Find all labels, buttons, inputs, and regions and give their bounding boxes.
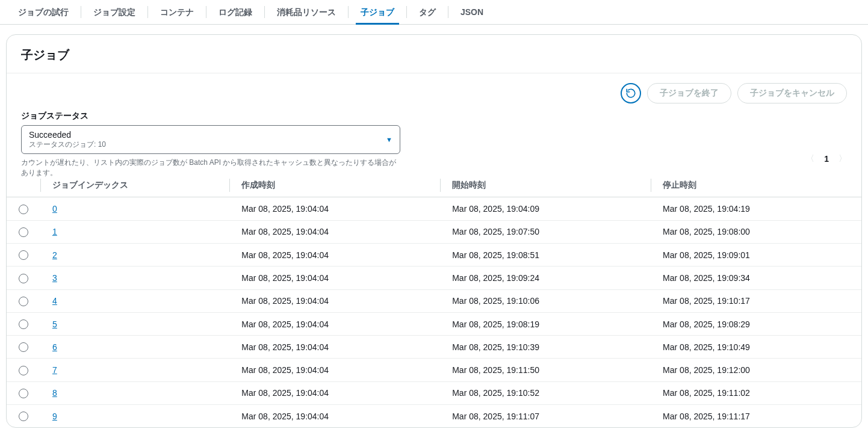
table-row: 8Mar 08, 2025, 19:04:04Mar 08, 2025, 19:…: [7, 381, 861, 404]
tab-0[interactable]: ジョブの試行: [6, 0, 81, 24]
col-created[interactable]: 作成時刻: [229, 174, 440, 197]
cell-stopped: Mar 08, 2025, 19:08:29: [651, 312, 861, 335]
cell-created: Mar 08, 2025, 19:04:04: [229, 405, 440, 428]
table-row: 6Mar 08, 2025, 19:04:04Mar 08, 2025, 19:…: [7, 336, 861, 359]
table-row: 9Mar 08, 2025, 19:04:04Mar 08, 2025, 19:…: [7, 405, 861, 428]
col-stopped[interactable]: 停止時刻: [651, 174, 861, 197]
cell-created: Mar 08, 2025, 19:04:04: [229, 197, 440, 220]
row-radio[interactable]: [19, 389, 28, 398]
job-index-link[interactable]: 7: [52, 365, 57, 375]
cell-stopped: Mar 08, 2025, 19:09:01: [651, 243, 861, 266]
terminate-child-jobs-button[interactable]: 子ジョブを終了: [647, 83, 731, 103]
cell-stopped: Mar 08, 2025, 19:11:02: [651, 381, 861, 404]
job-index-link[interactable]: 6: [52, 342, 57, 352]
job-index-link[interactable]: 3: [52, 273, 57, 283]
row-radio[interactable]: [19, 342, 28, 352]
refresh-button[interactable]: [621, 83, 641, 103]
status-filter-block: ジョブステータス Succeeded ステータスのジョブ: 10 ▼ カウントが…: [7, 103, 861, 177]
job-index-link[interactable]: 5: [52, 319, 57, 329]
table-row: 2Mar 08, 2025, 19:04:04Mar 08, 2025, 19:…: [7, 243, 861, 266]
job-index-link[interactable]: 0: [52, 204, 57, 214]
status-select-count: ステータスのジョブ: 10: [29, 140, 106, 150]
tab-1[interactable]: ジョブ設定: [81, 0, 147, 24]
status-select-value: Succeeded: [29, 129, 106, 140]
chevron-down-icon: ▼: [386, 136, 392, 143]
cell-started: Mar 08, 2025, 19:10:06: [440, 289, 651, 312]
job-index-link[interactable]: 9: [52, 412, 57, 421]
table-row: 4Mar 08, 2025, 19:04:04Mar 08, 2025, 19:…: [7, 289, 861, 312]
job-index-link[interactable]: 4: [52, 296, 57, 306]
tab-3[interactable]: ログ記録: [206, 0, 264, 24]
table-row: 1Mar 08, 2025, 19:04:04Mar 08, 2025, 19:…: [7, 220, 861, 243]
page-current: 1: [824, 154, 829, 164]
cell-created: Mar 08, 2025, 19:04:04: [229, 289, 440, 312]
table-row: 5Mar 08, 2025, 19:04:04Mar 08, 2025, 19:…: [7, 312, 861, 335]
row-radio[interactable]: [19, 227, 28, 237]
cell-created: Mar 08, 2025, 19:04:04: [229, 243, 440, 266]
page-next[interactable]: 〉: [839, 153, 847, 164]
table-row: 0Mar 08, 2025, 19:04:04Mar 08, 2025, 19:…: [7, 197, 861, 220]
cell-stopped: Mar 08, 2025, 19:10:49: [651, 336, 861, 359]
cell-started: Mar 08, 2025, 19:08:51: [440, 243, 651, 266]
cell-stopped: Mar 08, 2025, 19:08:00: [651, 220, 861, 243]
row-radio[interactable]: [19, 297, 28, 306]
cancel-child-jobs-button[interactable]: 子ジョブをキャンセル: [737, 83, 847, 103]
col-select: [7, 174, 40, 197]
panel-title: 子ジョブ: [7, 47, 861, 73]
row-radio[interactable]: [19, 319, 28, 329]
status-select[interactable]: Succeeded ステータスのジョブ: 10 ▼: [21, 125, 400, 154]
table-row: 3Mar 08, 2025, 19:04:04Mar 08, 2025, 19:…: [7, 267, 861, 289]
cell-stopped: Mar 08, 2025, 19:09:34: [651, 267, 861, 289]
job-index-link[interactable]: 2: [52, 250, 57, 260]
tabs-bar: ジョブの試行ジョブ設定コンテナログ記録消耗品リソース子ジョブタグJSON: [0, 0, 868, 25]
cell-started: Mar 08, 2025, 19:07:50: [440, 220, 651, 243]
tab-6[interactable]: タグ: [407, 0, 448, 24]
tab-4[interactable]: 消耗品リソース: [265, 0, 348, 24]
refresh-icon: [625, 88, 636, 99]
cell-started: Mar 08, 2025, 19:09:24: [440, 267, 651, 289]
cell-stopped: Mar 08, 2025, 19:12:00: [651, 359, 861, 381]
row-radio[interactable]: [19, 250, 28, 260]
table-row: 7Mar 08, 2025, 19:04:04Mar 08, 2025, 19:…: [7, 359, 861, 381]
row-radio[interactable]: [19, 274, 28, 283]
cell-stopped: Mar 08, 2025, 19:04:19: [651, 197, 861, 220]
row-radio[interactable]: [19, 412, 28, 421]
col-started[interactable]: 開始時刻: [440, 174, 651, 197]
col-index[interactable]: ジョブインデックス: [40, 174, 229, 197]
cell-created: Mar 08, 2025, 19:04:04: [229, 336, 440, 359]
cell-created: Mar 08, 2025, 19:04:04: [229, 267, 440, 289]
cell-started: Mar 08, 2025, 19:04:09: [440, 197, 651, 220]
page-prev[interactable]: 〈: [806, 153, 814, 164]
child-jobs-panel: 子ジョブ 子ジョブを終了 子ジョブをキャンセル ジョブステータス Succeed…: [6, 34, 862, 428]
row-radio[interactable]: [19, 366, 28, 375]
child-jobs-table: ジョブインデックス 作成時刻 開始時刻 停止時刻 0Mar 08, 2025, …: [7, 174, 861, 427]
tab-5[interactable]: 子ジョブ: [349, 0, 406, 24]
cell-started: Mar 08, 2025, 19:10:39: [440, 336, 651, 359]
job-index-link[interactable]: 1: [52, 227, 57, 236]
cell-created: Mar 08, 2025, 19:04:04: [229, 312, 440, 335]
tab-2[interactable]: コンテナ: [148, 0, 206, 24]
cell-stopped: Mar 08, 2025, 19:11:17: [651, 405, 861, 428]
cell-created: Mar 08, 2025, 19:04:04: [229, 220, 440, 243]
cell-created: Mar 08, 2025, 19:04:04: [229, 359, 440, 381]
panel-actions: 子ジョブを終了 子ジョブをキャンセル: [7, 73, 861, 103]
status-filter-label: ジョブステータス: [21, 111, 847, 122]
job-index-link[interactable]: 8: [52, 388, 57, 398]
tab-7[interactable]: JSON: [448, 0, 495, 24]
cell-started: Mar 08, 2025, 19:08:19: [440, 312, 651, 335]
cell-stopped: Mar 08, 2025, 19:10:17: [651, 289, 861, 312]
cell-created: Mar 08, 2025, 19:04:04: [229, 381, 440, 404]
row-radio[interactable]: [19, 205, 28, 214]
status-select-text: Succeeded ステータスのジョブ: 10: [29, 129, 106, 150]
cell-started: Mar 08, 2025, 19:11:50: [440, 359, 651, 381]
cell-started: Mar 08, 2025, 19:11:07: [440, 405, 651, 428]
cell-started: Mar 08, 2025, 19:10:52: [440, 381, 651, 404]
